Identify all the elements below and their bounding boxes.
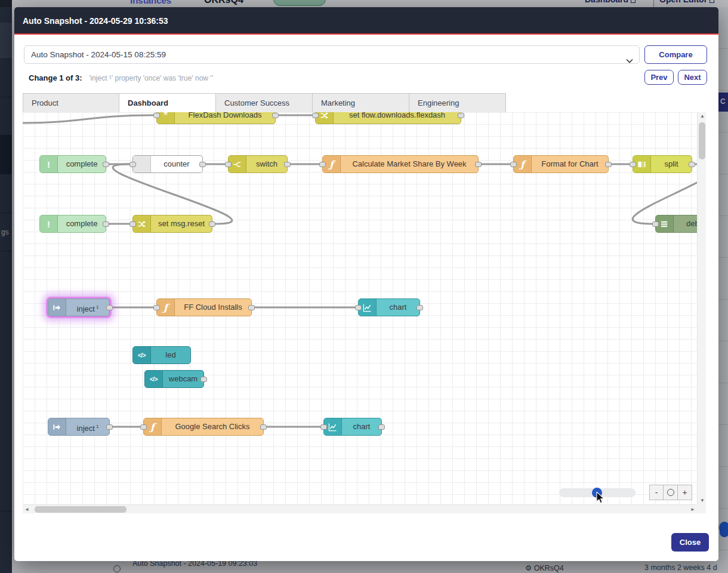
scroll-up-arrow[interactable]: ▲ — [700, 113, 705, 119]
output-port — [248, 305, 255, 310]
inject-icon — [48, 418, 66, 435]
scroll-down-arrow[interactable]: ▼ — [700, 498, 705, 503]
output-port — [417, 305, 423, 310]
scroll-left-arrow[interactable]: ◄ — [24, 507, 29, 512]
tab-marketing[interactable]: Marketing — [313, 93, 409, 113]
node-split[interactable]: split — [633, 155, 692, 173]
change-summary: Change 1 of 3: 'inject ¹' property 'once… — [29, 73, 213, 82]
template-icon: </> — [133, 347, 151, 363]
zoom-button-group: - + — [649, 485, 692, 500]
output-port — [605, 162, 612, 167]
input-port — [140, 424, 147, 430]
output-port — [103, 162, 109, 167]
input-port — [510, 162, 517, 167]
node-counter[interactable]: counter — [132, 155, 203, 173]
scroll-right-arrow[interactable]: ► — [690, 507, 695, 512]
snapshot-select[interactable]: Auto Snapshot - 2024-05-15 08:25:59 — [24, 45, 640, 64]
dialog-title: Auto Snapshot - 2024-05-29 10:36:53 — [23, 16, 168, 26]
node-flexdash[interactable]: *FlexDash Downloads — [156, 112, 276, 124]
horizontal-scroll-thumb[interactable] — [35, 506, 127, 513]
input-port — [312, 113, 319, 118]
output-port — [106, 424, 113, 430]
node-label: complete — [58, 156, 106, 172]
flow-canvas[interactable]: *FlexDash Downloadsset flow.downloads.fl… — [23, 112, 697, 504]
next-button[interactable]: Next — [678, 70, 707, 85]
snapshot-select-value: Auto Snapshot - 2024-05-15 08:25:59 — [31, 50, 166, 59]
node-label: Format for Chart — [532, 156, 608, 172]
input-port — [225, 162, 232, 167]
node-label: Calculate Market Share By Week — [341, 156, 478, 172]
node-setflow[interactable]: set flow.downloads.flexdash — [315, 112, 461, 124]
output-port — [106, 305, 113, 310]
input-port — [319, 162, 326, 167]
tab-engineering[interactable]: Engineering — [409, 93, 506, 113]
node-label: counter — [151, 156, 202, 172]
flow-tabs: ProductDashboardCustomer SuccessMarketin… — [23, 93, 506, 113]
vertical-scroll-thumb[interactable] — [699, 122, 705, 159]
node-label: switch — [246, 156, 287, 172]
node-format[interactable]: ƒFormat for Chart — [513, 155, 609, 173]
node-inject2[interactable]: inject1 — [48, 418, 110, 436]
vertical-scrollbar[interactable]: ▲ ▼ — [697, 112, 706, 504]
node-led[interactable]: </>led — [132, 346, 191, 364]
input-port — [355, 305, 362, 310]
output-port — [475, 162, 482, 167]
input-port — [630, 162, 636, 167]
node-label: led — [151, 347, 190, 363]
node-debug[interactable]: debug — [655, 215, 697, 233]
output-port — [458, 113, 464, 118]
input-port — [129, 162, 136, 167]
input-port — [652, 221, 659, 227]
horizontal-scrollbar[interactable]: ◄ ► — [23, 504, 697, 513]
node-webcam[interactable]: </>webcam — [144, 370, 204, 388]
dialog-header: Auto Snapshot - 2024-05-29 10:36:53 — [14, 7, 718, 35]
tab-dashboard[interactable]: Dashboard — [119, 93, 216, 113]
node-inject1[interactable]: inject1 — [48, 298, 110, 316]
input-port — [320, 424, 327, 430]
snapshot-compare-dialog: Auto Snapshot - 2024-05-29 10:36:53 Auto… — [14, 7, 718, 561]
inject-icon — [48, 299, 66, 316]
node-complete2[interactable]: !complete — [39, 215, 106, 233]
output-port — [199, 162, 206, 167]
output-port — [284, 162, 291, 167]
node-switch[interactable]: switch — [228, 155, 288, 173]
compare-button[interactable]: Compare — [644, 45, 707, 64]
node-label: set flow.downloads.flexdash — [334, 112, 461, 124]
node-chart2[interactable]: chart — [323, 418, 382, 436]
node-label: debug — [674, 215, 697, 232]
scrollbar-corner — [697, 504, 706, 513]
zoom-in-button[interactable]: + — [678, 485, 692, 500]
zoom-reset-button[interactable] — [664, 485, 678, 500]
nodes-layer: *FlexDash Downloadsset flow.downloads.fl… — [23, 112, 697, 504]
complete-icon: ! — [40, 156, 58, 172]
node-chart1[interactable]: chart — [358, 298, 420, 316]
node-calc[interactable]: ƒCalculate Market Share By Week — [322, 155, 479, 173]
template-icon: </> — [145, 371, 163, 387]
node-setreset[interactable]: set msg.reset — [132, 215, 212, 233]
prev-button[interactable]: Prev — [644, 70, 674, 85]
close-button[interactable]: Close — [671, 533, 709, 552]
tab-product[interactable]: Product — [23, 93, 119, 113]
zoom-out-button[interactable]: - — [649, 485, 664, 500]
node-label: set msg.reset — [151, 215, 212, 232]
node-label: Google Search Clicks — [162, 418, 263, 435]
node-label: FF Cloud Installs — [175, 299, 251, 316]
node-label: FlexDash Downloads — [175, 112, 275, 124]
input-port — [129, 221, 136, 227]
zoom-reset-icon — [667, 489, 674, 496]
complete-icon: ! — [40, 215, 58, 232]
node-ffcloud[interactable]: ƒFF Cloud Installs — [156, 298, 252, 316]
output-port — [378, 424, 385, 430]
node-label: complete — [58, 215, 106, 232]
output-port — [689, 162, 695, 167]
output-port — [200, 377, 207, 382]
output-port — [272, 113, 279, 118]
node-label: chart — [377, 299, 419, 316]
tab-customer-success[interactable]: Customer Success — [216, 93, 313, 113]
node-complete1[interactable]: !complete — [39, 155, 106, 173]
output-port — [209, 221, 215, 227]
node-google[interactable]: ƒGoogle Search Clicks — [143, 418, 264, 436]
input-port — [153, 113, 160, 118]
output-port — [103, 221, 109, 227]
node-label: split — [651, 156, 692, 172]
